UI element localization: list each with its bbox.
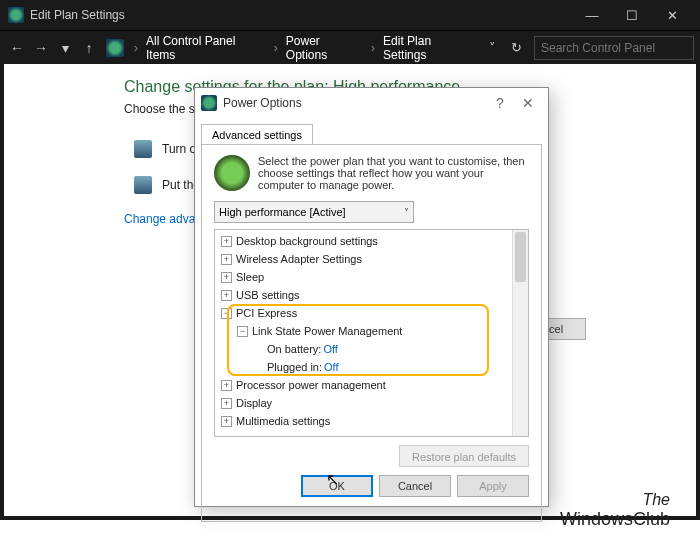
display-icon	[134, 140, 152, 158]
watermark-line1: The	[560, 491, 670, 509]
value-plugged-in[interactable]: Off	[324, 361, 338, 373]
dialog-blurb: Select the power plan that you want to c…	[214, 155, 529, 191]
breadcrumb-sep: ›	[371, 41, 375, 55]
dialog-icon	[201, 95, 217, 111]
restore-defaults-button[interactable]: Restore plan defaults	[399, 445, 529, 467]
breadcrumb: › All Control Panel Items › Power Option…	[128, 34, 478, 62]
breadcrumb-item-edit[interactable]: Edit Plan Settings	[383, 34, 476, 62]
tab-strip: Advanced settings	[195, 118, 548, 144]
sleep-icon	[134, 176, 152, 194]
refresh-button[interactable]: ↻	[506, 40, 526, 55]
chevron-down-icon: ˅	[404, 207, 409, 218]
apply-button[interactable]: Apply	[457, 475, 529, 497]
dialog-button-row: OK Cancel Apply	[214, 475, 529, 497]
breadcrumb-sep: ›	[134, 41, 138, 55]
forward-button[interactable]: →	[30, 37, 52, 59]
expand-icon[interactable]: +	[221, 380, 232, 391]
dialog-close-button[interactable]: ✕	[514, 95, 542, 111]
breadcrumb-item-all[interactable]: All Control Panel Items	[146, 34, 266, 62]
power-options-dialog: Power Options ? ✕ Advanced settings Sele…	[194, 87, 549, 507]
value-on-battery[interactable]: Off	[323, 343, 337, 355]
tree-scrollbar[interactable]	[512, 230, 528, 436]
tree-node-display[interactable]: +Display	[215, 394, 528, 412]
tree-node-link-state[interactable]: −Link State Power Management	[215, 322, 528, 340]
dialog-blurb-text: Select the power plan that you want to c…	[258, 155, 529, 191]
maximize-button[interactable]: ☐	[612, 1, 652, 29]
ok-button[interactable]: OK	[301, 475, 373, 497]
close-button[interactable]: ✕	[652, 1, 692, 29]
location-icon	[106, 39, 124, 57]
minimize-button[interactable]: —	[572, 1, 612, 29]
scrollbar-thumb[interactable]	[515, 232, 526, 282]
back-button[interactable]: ←	[6, 37, 28, 59]
dialog-title-bar: Power Options ? ✕	[195, 88, 548, 118]
power-plan-dropdown[interactable]: High performance [Active] ˅	[214, 201, 414, 223]
toolbar: ← → ▾ ↑ › All Control Panel Items › Powe…	[0, 30, 700, 64]
dialog-title: Power Options	[223, 96, 486, 110]
tree-node-pci-express[interactable]: −PCI Express	[215, 304, 528, 322]
tree-node-sleep[interactable]: +Sleep	[215, 268, 528, 286]
cancel-button[interactable]: Cancel	[379, 475, 451, 497]
power-plan-icon	[214, 155, 250, 191]
tab-body: Select the power plan that you want to c…	[201, 144, 542, 522]
tree-node-processor[interactable]: +Processor power management	[215, 376, 528, 394]
watermark: The WindowsClub	[560, 491, 670, 530]
window-title: Edit Plan Settings	[30, 8, 572, 22]
expand-icon[interactable]: +	[221, 398, 232, 409]
history-dropdown[interactable]: ▾	[54, 37, 76, 59]
dropdown-value: High performance [Active]	[219, 206, 346, 218]
restore-row: Restore plan defaults	[214, 445, 529, 467]
breadcrumb-sep: ›	[274, 41, 278, 55]
breadcrumb-item-power[interactable]: Power Options	[286, 34, 363, 62]
app-icon	[8, 7, 24, 23]
tree-node-usb[interactable]: +USB settings	[215, 286, 528, 304]
expand-icon[interactable]: +	[221, 272, 232, 283]
expand-icon[interactable]: +	[221, 416, 232, 427]
expand-icon[interactable]: +	[221, 236, 232, 247]
tree-leaf-plugged-in[interactable]: Plugged in:Off	[215, 358, 528, 376]
settings-tree: +Desktop background settings +Wireless A…	[214, 229, 529, 437]
collapse-icon[interactable]: −	[237, 326, 248, 337]
breadcrumb-dropdown[interactable]: ˅	[482, 40, 502, 55]
help-button[interactable]: ?	[486, 95, 514, 111]
tree-leaf-on-battery[interactable]: On battery:Off	[215, 340, 528, 358]
search-input[interactable]	[534, 36, 694, 60]
collapse-icon[interactable]: −	[221, 308, 232, 319]
tree-node-multimedia[interactable]: +Multimedia settings	[215, 412, 528, 430]
tree-node-wireless[interactable]: +Wireless Adapter Settings	[215, 250, 528, 268]
expand-icon[interactable]: +	[221, 254, 232, 265]
tree-node-desktop-bg[interactable]: +Desktop background settings	[215, 232, 528, 250]
tab-advanced-settings[interactable]: Advanced settings	[201, 124, 313, 145]
tree-root: +Desktop background settings +Wireless A…	[215, 230, 528, 430]
up-button[interactable]: ↑	[78, 37, 100, 59]
watermark-line2: WindowsClub	[560, 509, 670, 530]
expand-icon[interactable]: +	[221, 290, 232, 301]
title-bar: Edit Plan Settings — ☐ ✕	[0, 0, 700, 30]
